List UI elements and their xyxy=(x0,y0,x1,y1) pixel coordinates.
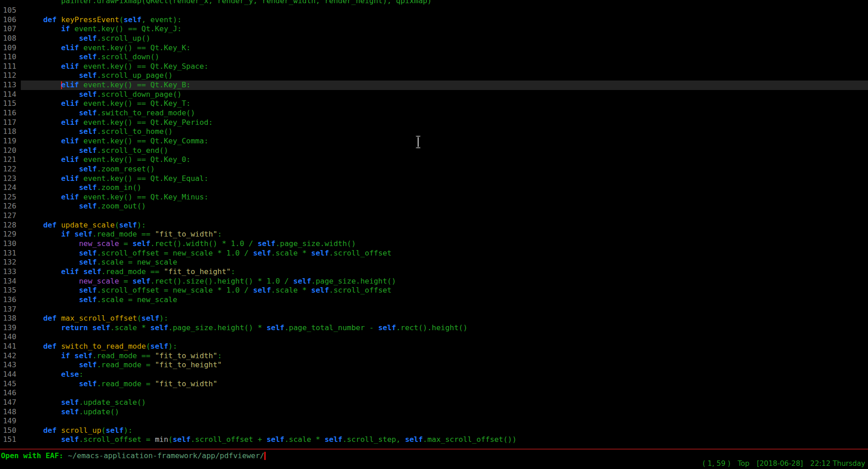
tray-buffer-position: Top xyxy=(738,460,749,468)
code-line[interactable]: 106 def keyPressEvent(self, event): xyxy=(0,15,868,25)
code-line[interactable]: 146 xyxy=(0,388,868,398)
line-number: 135 xyxy=(0,286,16,295)
code-line-content: if self.read_mode == "fit_to_width": xyxy=(21,351,868,361)
token: self xyxy=(253,286,271,294)
line-number: 120 xyxy=(0,146,16,156)
code-line[interactable]: 118 self.scroll_to_home() xyxy=(0,127,868,137)
code-line-content xyxy=(21,417,868,426)
code-line-content: self.scroll_offset = new_scale * 1.0 / s… xyxy=(21,249,868,258)
minibuffer-cursor xyxy=(264,452,266,460)
code-line[interactable]: 113 elif event.key() == Qt.Key_B: xyxy=(0,81,868,90)
code-line[interactable]: 129 if self.read_mode == "fit_to_width": xyxy=(0,230,868,239)
code-editor-buffer[interactable]: painter.drawPixmap(QRect(render_x, rende… xyxy=(0,0,868,449)
token: self xyxy=(79,183,96,192)
code-line[interactable]: 144 else: xyxy=(0,370,868,379)
code-line-content: new_scale = self.rect().width() * 1.0 / … xyxy=(21,239,868,249)
code-line[interactable]: 131 self.scroll_offset = new_scale * 1.0… xyxy=(0,249,868,258)
code-line[interactable]: 116 self.switch_to_read_mode() xyxy=(0,109,868,118)
code-line[interactable]: 147 self.update_scale() xyxy=(0,398,868,407)
line-number: 118 xyxy=(0,127,16,137)
code-line[interactable]: 109 elif event.key() == Qt.Key_K: xyxy=(0,43,868,53)
token xyxy=(57,342,61,351)
line-number: 129 xyxy=(0,230,16,239)
code-line[interactable]: 151 self.scroll_offset = min(self.scroll… xyxy=(0,435,868,445)
token: elif xyxy=(61,118,79,127)
token: elif xyxy=(61,137,79,145)
token xyxy=(25,90,79,99)
token xyxy=(25,435,61,444)
token: .scroll_offset = new_scale * 1.0 / xyxy=(97,286,253,294)
line-number: 141 xyxy=(0,342,16,351)
code-line[interactable]: 145 self.read_mode = "fit_to_width" xyxy=(0,379,868,389)
token: self xyxy=(79,258,96,266)
line-number: 105 xyxy=(0,6,16,15)
code-line[interactable]: 107 if event.key() == Qt.Key_J: xyxy=(0,24,868,34)
token: .page_size.height() xyxy=(311,277,396,285)
line-number: 150 xyxy=(0,426,16,436)
code-line[interactable]: 125 elif event.key() == Qt.Key_Minus: xyxy=(0,193,868,202)
line-number: 115 xyxy=(0,99,16,109)
token: self xyxy=(267,435,284,444)
code-line[interactable]: 105 xyxy=(0,6,868,15)
token: painter.drawPixmap(QRect(render_x, rende… xyxy=(25,0,432,5)
token: .scale = new_scale xyxy=(97,295,177,304)
code-line[interactable]: 123 elif event.key() == Qt.Key_Equal: xyxy=(0,174,868,184)
token: self xyxy=(92,323,110,332)
code-line[interactable]: 148 self.update() xyxy=(0,407,868,417)
token: .scroll_down_page() xyxy=(97,90,182,99)
code-line[interactable]: 137 xyxy=(0,305,868,314)
code-line[interactable]: 126 self.zoom_out() xyxy=(0,202,868,211)
code-line[interactable]: 115 elif event.key() == Qt.Key_T: xyxy=(0,99,868,109)
token xyxy=(88,323,92,332)
token: self xyxy=(79,109,96,117)
code-line[interactable]: 138 def max_scroll_offset(self): xyxy=(0,314,868,323)
token: def xyxy=(43,15,57,24)
code-line[interactable]: 112 self.scroll_up_page() xyxy=(0,71,868,81)
token xyxy=(25,24,61,33)
code-line[interactable]: 124 self.zoom_in() xyxy=(0,183,868,193)
token xyxy=(25,165,79,173)
token: : xyxy=(79,370,83,379)
token: .scale * xyxy=(110,323,151,332)
code-line[interactable]: 149 xyxy=(0,417,868,426)
code-line[interactable]: 134 new_scale = self.rect().size().heigh… xyxy=(0,277,868,286)
tray-time: 22:12 Thursday xyxy=(810,460,865,468)
line-number: 125 xyxy=(0,193,16,202)
code-line[interactable]: 139 return self.scale * self.page_size.h… xyxy=(0,323,868,333)
token xyxy=(25,379,79,388)
line-number: 131 xyxy=(0,249,16,258)
code-line-content: new_scale = self.rect().size().height() … xyxy=(21,277,868,286)
code-line[interactable]: 128 def update_scale(self): xyxy=(0,221,868,230)
code-line[interactable]: 127 xyxy=(0,211,868,221)
code-line[interactable]: 135 self.scroll_offset = new_scale * 1.0… xyxy=(0,286,868,295)
code-line[interactable]: 111 elif event.key() == Qt.Key_Space: xyxy=(0,62,868,71)
code-line[interactable]: 114 self.scroll_down_page() xyxy=(0,90,868,99)
code-line[interactable]: 150 def scroll_up(self): xyxy=(0,426,868,436)
minibuffer-input[interactable]: ~/emacs-application-framework/app/pdfvie… xyxy=(68,451,264,460)
code-line[interactable]: 142 if self.read_mode == "fit_to_width": xyxy=(0,351,868,361)
code-line[interactable]: 108 self.scroll_up() xyxy=(0,34,868,43)
token: return xyxy=(61,323,88,332)
code-line-content: elif event.key() == Qt.Key_K: xyxy=(21,43,868,53)
token: .update() xyxy=(79,407,119,416)
code-line[interactable]: 136 self.scale = new_scale xyxy=(0,295,868,305)
code-line[interactable]: 140 xyxy=(0,332,868,342)
code-line-content: def switch_to_read_mode(self): xyxy=(21,342,868,351)
code-line[interactable]: 122 self.zoom_reset() xyxy=(0,165,868,174)
code-line[interactable]: painter.drawPixmap(QRect(render_x, rende… xyxy=(0,0,868,6)
token xyxy=(25,81,61,89)
code-line[interactable]: 119 elif event.key() == Qt.Key_Comma: xyxy=(0,137,868,146)
code-line[interactable]: 120 self.scroll_to_end() xyxy=(0,146,868,156)
code-line[interactable]: 110 self.scroll_down() xyxy=(0,52,868,62)
minibuffer-prompt-row[interactable]: Open with EAF: ~/emacs-application-frame… xyxy=(1,451,266,460)
code-line[interactable]: 121 elif event.key() == Qt.Key_0: xyxy=(0,155,868,165)
code-line-content xyxy=(21,305,868,314)
code-line-content: def max_scroll_offset(self): xyxy=(21,314,868,323)
code-line[interactable]: 141 def switch_to_read_mode(self): xyxy=(0,342,868,351)
code-line[interactable]: 133 elif self.read_mode == "fit_to_heigh… xyxy=(0,267,868,277)
line-number: 144 xyxy=(0,370,16,379)
code-line[interactable]: 117 elif event.key() == Qt.Key_Period: xyxy=(0,118,868,128)
code-line[interactable]: 132 self.scale = new_scale xyxy=(0,258,868,267)
code-line[interactable]: 130 new_scale = self.rect().width() * 1.… xyxy=(0,239,868,249)
code-line[interactable]: 143 self.read_mode = "fit_to_height" xyxy=(0,360,868,370)
